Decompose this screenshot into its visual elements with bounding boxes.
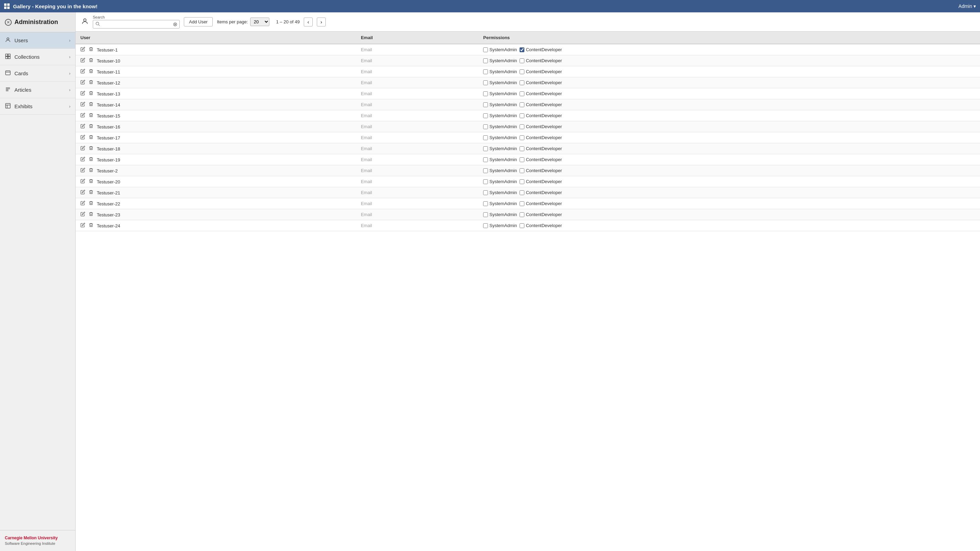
sysadmin-checkbox[interactable]	[483, 146, 488, 151]
admin-menu[interactable]: Admin ▾	[958, 3, 976, 9]
delete-icon[interactable]	[89, 47, 95, 52]
contentdev-checkbox[interactable]	[520, 113, 524, 118]
sysadmin-checkbox[interactable]	[483, 48, 488, 52]
contentdev-checkbox[interactable]	[520, 59, 524, 63]
table-row: Testuser-21 EmailSystemAdminContentDevel…	[76, 187, 980, 198]
contentdev-checkbox[interactable]	[520, 146, 524, 151]
delete-icon[interactable]	[89, 190, 95, 195]
contentdev-checkbox[interactable]	[520, 91, 524, 96]
contentdev-checkbox[interactable]	[520, 48, 524, 52]
contentdev-checkbox[interactable]	[520, 157, 524, 162]
user-name: Testuser-2	[97, 168, 118, 173]
permissions-cell: SystemAdminContentDeveloper	[478, 55, 980, 66]
sysadmin-checkbox[interactable]	[483, 102, 488, 107]
sysadmin-checkbox[interactable]	[483, 59, 488, 63]
contentdev-label: ContentDeveloper	[526, 91, 562, 96]
sysadmin-checkbox[interactable]	[483, 168, 488, 173]
contentdev-checkbox[interactable]	[520, 201, 524, 206]
contentdev-checkbox[interactable]	[520, 223, 524, 228]
sidebar-item-cards[interactable]: Cards ›	[0, 65, 75, 82]
svg-rect-4	[8, 57, 10, 59]
table-row: Testuser-12 EmailSystemAdminContentDevel…	[76, 77, 980, 88]
items-per-page-select[interactable]: 10 20 50 100	[250, 17, 269, 26]
edit-icon[interactable]	[80, 113, 87, 119]
sidebar-item-articles[interactable]: Articles ›	[0, 82, 75, 98]
sidebar-item-users[interactable]: Users ›	[0, 32, 75, 49]
sysadmin-checkbox[interactable]	[483, 157, 488, 162]
delete-icon[interactable]	[89, 168, 95, 173]
edit-icon[interactable]	[80, 168, 87, 173]
delete-icon[interactable]	[89, 69, 95, 75]
sysadmin-checkbox[interactable]	[483, 212, 488, 217]
topbar-left: Gallery - Keeping you in the know!	[4, 3, 98, 9]
delete-icon[interactable]	[89, 124, 95, 130]
edit-icon[interactable]	[80, 146, 87, 151]
pagination-next-button[interactable]: ›	[317, 17, 326, 27]
contentdev-label: ContentDeveloper	[526, 223, 562, 228]
email-cell: Email	[356, 187, 478, 198]
sysadmin-checkbox[interactable]	[483, 190, 488, 195]
email-value: Email	[361, 168, 372, 173]
delete-icon[interactable]	[89, 179, 95, 184]
user-cell: Testuser-15	[76, 110, 356, 121]
sysadmin-checkbox[interactable]	[483, 69, 488, 74]
cmu-name: Carnegie Mellon University	[5, 535, 70, 541]
delete-icon[interactable]	[89, 102, 95, 108]
edit-icon[interactable]	[80, 102, 87, 108]
delete-icon[interactable]	[89, 201, 95, 206]
sysadmin-checkbox[interactable]	[483, 201, 488, 206]
contentdev-checkbox[interactable]	[520, 135, 524, 140]
delete-icon[interactable]	[89, 212, 95, 218]
sysadmin-checkbox[interactable]	[483, 91, 488, 96]
sysadmin-checkbox[interactable]	[483, 223, 488, 228]
search-input[interactable]	[102, 22, 171, 27]
contentdev-checkbox[interactable]	[520, 102, 524, 107]
sysadmin-checkbox[interactable]	[483, 124, 488, 129]
contentdev-checkbox[interactable]	[520, 80, 524, 85]
table-row: Testuser-14 EmailSystemAdminContentDevel…	[76, 99, 980, 110]
delete-icon[interactable]	[89, 146, 95, 151]
delete-icon[interactable]	[89, 58, 95, 64]
edit-icon[interactable]	[80, 201, 87, 206]
sysadmin-checkbox[interactable]	[483, 179, 488, 184]
sidebar-item-collections[interactable]: Collections ›	[0, 49, 75, 65]
add-user-button[interactable]: Add User	[184, 17, 213, 27]
email-value: Email	[361, 102, 372, 107]
sysadmin-checkbox[interactable]	[483, 80, 488, 85]
edit-icon[interactable]	[80, 69, 87, 75]
sysadmin-checkbox[interactable]	[483, 135, 488, 140]
delete-icon[interactable]	[89, 223, 95, 229]
edit-icon[interactable]	[80, 157, 87, 162]
sysadmin-checkbox[interactable]	[483, 113, 488, 118]
edit-icon[interactable]	[80, 80, 87, 86]
clear-search-icon[interactable]: ⊗	[173, 21, 177, 27]
delete-icon[interactable]	[89, 80, 95, 86]
edit-icon[interactable]	[80, 212, 87, 218]
table-row: Testuser-23 EmailSystemAdminContentDevel…	[76, 209, 980, 220]
contentdev-checkbox[interactable]	[520, 179, 524, 184]
pagination-prev-button[interactable]: ‹	[304, 17, 313, 27]
sidebar-close-icon[interactable]: ✕	[5, 19, 12, 26]
user-icon	[5, 37, 11, 44]
delete-icon[interactable]	[89, 113, 95, 119]
contentdev-checkbox[interactable]	[520, 69, 524, 74]
contentdev-checkbox[interactable]	[520, 212, 524, 217]
edit-icon[interactable]	[80, 47, 87, 52]
contentdev-checkbox[interactable]	[520, 190, 524, 195]
edit-icon[interactable]	[80, 179, 87, 184]
contentdev-checkbox[interactable]	[520, 168, 524, 173]
table-row: Testuser-16 EmailSystemAdminContentDevel…	[76, 121, 980, 132]
delete-icon[interactable]	[89, 157, 95, 162]
edit-icon[interactable]	[80, 91, 87, 97]
contentdev-checkbox[interactable]	[520, 124, 524, 129]
sidebar-item-exhibits[interactable]: Exhibits ›	[0, 98, 75, 115]
delete-icon[interactable]	[89, 91, 95, 97]
edit-icon[interactable]	[80, 58, 87, 64]
edit-icon[interactable]	[80, 135, 87, 140]
edit-icon[interactable]	[80, 223, 87, 229]
delete-icon[interactable]	[89, 135, 95, 140]
edit-icon[interactable]	[80, 190, 87, 195]
edit-icon[interactable]	[80, 124, 87, 130]
pagination-info: 1 – 20 of 49	[276, 19, 300, 24]
table-row: Testuser-2 EmailSystemAdminContentDevelo…	[76, 165, 980, 176]
